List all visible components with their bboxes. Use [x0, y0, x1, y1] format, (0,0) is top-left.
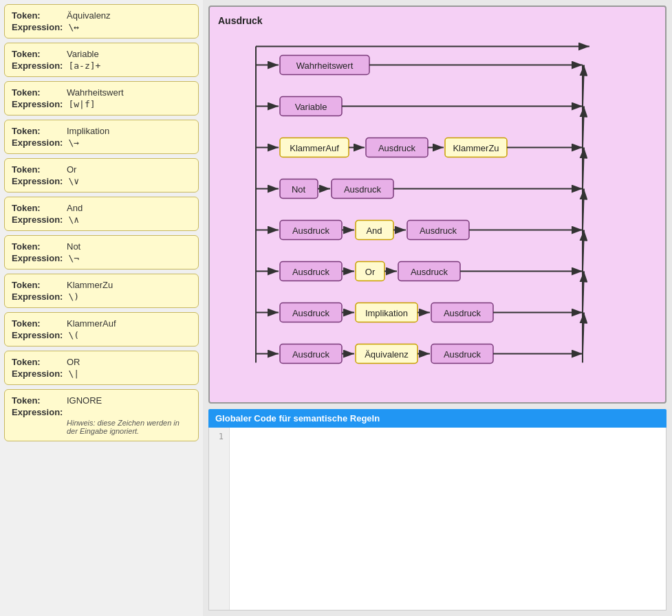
- expr-label: Expression:: [12, 292, 63, 302]
- token-card-token-or: Token:OrExpression:\∨: [4, 158, 199, 192]
- node-or: Or: [365, 267, 376, 277]
- expr-label: Expression:: [12, 407, 63, 417]
- node-ausdruck5: Ausdruck: [292, 267, 330, 277]
- token-label: Token:: [12, 164, 61, 175]
- expr-value: \→: [68, 138, 79, 148]
- expr-value: \↔: [68, 22, 79, 32]
- expr-label: Expression:: [12, 60, 63, 71]
- node-implikation: Implikation: [365, 308, 408, 318]
- node-ausdruck8: Ausdruck: [444, 308, 481, 318]
- node-ausdruck6: Ausdruck: [411, 267, 448, 277]
- expr-value: [a-z]+: [68, 60, 100, 71]
- expr-value: [w|f]: [68, 99, 95, 109]
- token-label: Token:: [12, 395, 61, 406]
- expr-value: \∨: [68, 176, 79, 186]
- token-name: Wahrheitswert: [67, 87, 124, 98]
- code-editor[interactable]: [230, 428, 666, 610]
- token-name: Not: [67, 241, 80, 252]
- token-name: Variable: [67, 49, 99, 59]
- global-code-header: Globaler Code für semantische Regeln: [208, 409, 666, 428]
- token-label: Token:: [12, 49, 61, 59]
- token-card-token-variable: Token:VariableExpression:[a-z]+: [4, 43, 199, 77]
- left-panel: Token:ÄquivalenzExpression:\↔Token:Varia…: [0, 0, 203, 616]
- diagram-title: Ausdruck: [218, 15, 657, 26]
- token-card-token-wahrheitswert: Token:WahrheitswertExpression:[w|f]: [4, 81, 199, 116]
- expr-label: Expression:: [12, 22, 63, 32]
- token-card-token-ignore: Token:IGNOREExpression:Hinweis: diese Ze…: [4, 389, 199, 441]
- node-not: Not: [292, 184, 306, 195]
- expr-label: Expression:: [12, 330, 63, 340]
- token-card-token-implikation: Token:ImplikationExpression:\→: [4, 120, 199, 154]
- token-label: Token:: [12, 203, 61, 213]
- node-aequivalenz: Äquivalenz: [365, 349, 409, 360]
- token-label: Token:: [12, 241, 61, 252]
- expr-label: Expression:: [12, 99, 63, 109]
- token-name: Äquivalenz: [67, 10, 111, 21]
- node-klammerauf: KlammerAuf: [290, 143, 339, 153]
- node-ausdruck4: Ausdruck: [420, 226, 457, 236]
- token-name: Implikation: [67, 126, 109, 136]
- node-variable: Variable: [295, 102, 327, 112]
- token-name: KlammerZu: [67, 280, 113, 290]
- expr-value: \(: [68, 330, 79, 340]
- expr-label: Expression:: [12, 138, 63, 148]
- global-code-body: 1: [208, 428, 666, 610]
- line-numbers: 1: [209, 428, 230, 610]
- token-name: IGNORE: [67, 395, 102, 406]
- token-label: Token:: [12, 126, 61, 136]
- expr-value: \|: [68, 368, 79, 379]
- token-card-token-or2: Token:ORExpression:\|: [4, 351, 199, 385]
- node-klammerzu: KlammerZu: [453, 143, 499, 153]
- expr-label: Expression:: [12, 253, 63, 263]
- token-label: Token:: [12, 10, 61, 21]
- expr-value: \): [68, 292, 79, 302]
- expr-label: Expression:: [12, 176, 63, 186]
- token-card-token-klammerauf: Token:KlammerAufExpression:\(: [4, 312, 199, 346]
- global-code-section: Globaler Code für semantische Regeln 1: [208, 409, 666, 610]
- token-card-token-aequivalenz: Token:ÄquivalenzExpression:\↔: [4, 4, 199, 38]
- token-label: Token:: [12, 87, 61, 98]
- token-label: Token:: [12, 318, 61, 329]
- node-ausdruck1: Ausdruck: [378, 143, 416, 153]
- hint-text: Hinweis: diese Zeichen werden in der Ein…: [67, 419, 191, 435]
- token-card-token-klammerzu: Token:KlammerZuExpression:\): [4, 274, 199, 308]
- diagram-svg: Wahrheitswert Variable KlammerAuf Ausdru…: [218, 33, 610, 394]
- token-card-token-and: Token:AndExpression:\∧: [4, 197, 199, 231]
- token-card-token-not: Token:NotExpression:\¬: [4, 235, 199, 270]
- node-ausdruck2: Ausdruck: [344, 184, 382, 195]
- token-name: And: [67, 203, 83, 213]
- expr-label: Expression:: [12, 214, 63, 225]
- expr-label: Expression:: [12, 368, 63, 379]
- node-and: And: [366, 226, 382, 236]
- node-wahrheitswert: Wahrheitswert: [296, 60, 354, 71]
- token-label: Token:: [12, 280, 61, 290]
- token-name: KlammerAuf: [67, 318, 116, 329]
- token-label: Token:: [12, 357, 61, 367]
- diagram-container: Ausdruck: [208, 6, 666, 404]
- expr-value: \∧: [68, 214, 79, 225]
- right-panel: Ausdruck: [203, 0, 672, 616]
- node-ausdruck9: Ausdruck: [292, 349, 330, 360]
- token-name: Or: [67, 164, 76, 175]
- token-name: OR: [67, 357, 80, 367]
- node-ausdruck10: Ausdruck: [444, 349, 481, 360]
- expr-value: \¬: [68, 253, 79, 263]
- node-ausdruck7: Ausdruck: [292, 308, 330, 318]
- node-ausdruck3: Ausdruck: [292, 226, 330, 236]
